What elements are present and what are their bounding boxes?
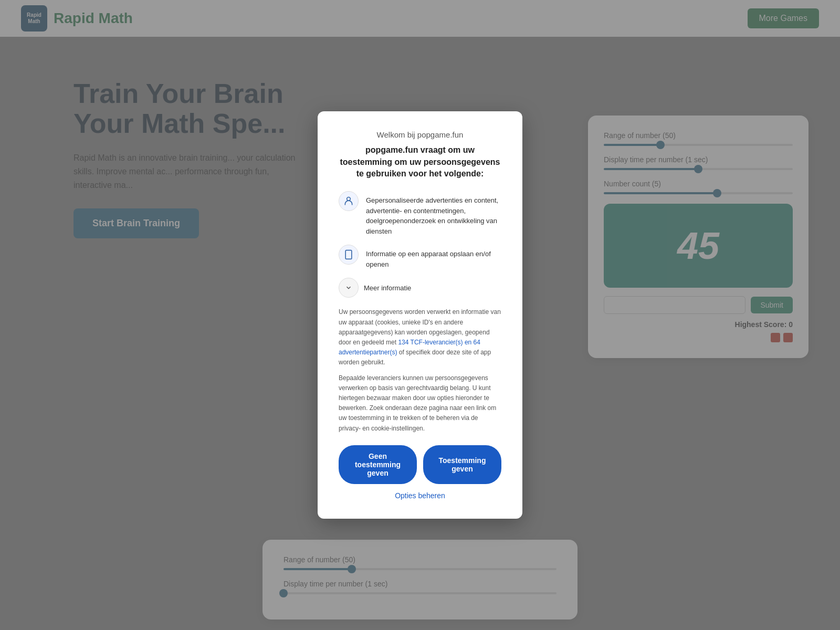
modal-more-label: Meer informatie [364,284,411,292]
modal-item-2: Informatie op een apparaat opslaan en/of… [339,245,501,269]
svg-point-0 [347,197,351,201]
device-icon [339,245,359,265]
manage-options-link[interactable]: Opties beheren [339,491,501,500]
modal-more-row[interactable]: Meer informatie [339,278,501,298]
decline-button[interactable]: Geen toestemming geven [339,445,417,484]
modal-item1-text: Gepersonaliseerde advertenties en conten… [366,191,501,236]
modal-title: popgame.fun vraagt om uw toestemming om … [339,144,501,180]
modal-body-text-1: Uw persoonsgegevens worden verwerkt en i… [339,307,501,368]
modal-item-1: Gepersonaliseerde advertenties en conten… [339,191,501,236]
modal-site-label: Welkom bij popgame.fun [339,130,501,139]
consent-modal: Welkom bij popgame.fun popgame.fun vraag… [318,111,522,518]
modal-body-text-2: Bepaalde leveranciers kunnen uw persoons… [339,373,501,434]
chevron-down-icon [339,278,359,298]
modal-overlay: Welkom bij popgame.fun popgame.fun vraag… [0,0,840,630]
modal-buttons: Geen toestemming geven Toestemming geven [339,445,501,484]
svg-rect-1 [345,250,352,259]
person-icon [339,191,359,211]
accept-button[interactable]: Toestemming geven [423,445,501,484]
modal-item2-text: Informatie op een apparaat opslaan en/of… [366,245,501,269]
